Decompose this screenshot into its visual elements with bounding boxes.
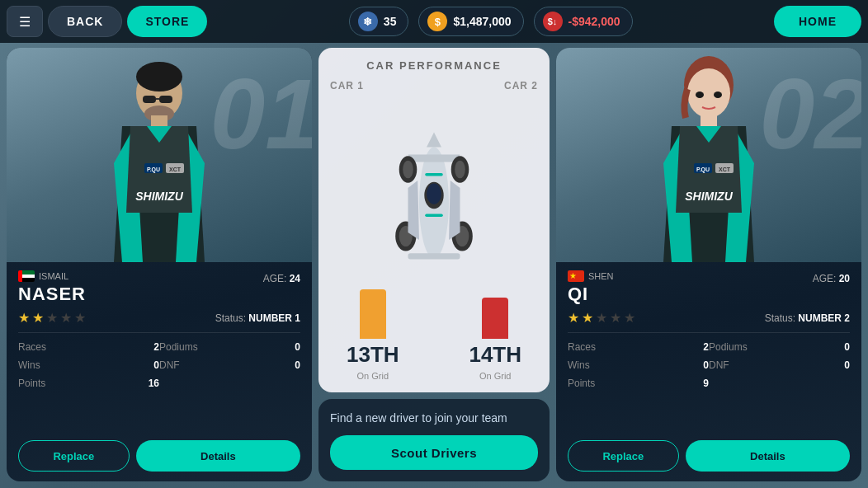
store-label: STORE — [145, 15, 189, 28]
svg-point-29 — [714, 92, 722, 98]
car1-sublabel: On Grid — [357, 371, 389, 381]
d2-star1: ★ — [568, 310, 579, 326]
snowflake-value: 35 — [384, 15, 397, 28]
d2-star5: ★ — [624, 310, 635, 326]
star5: ★ — [74, 310, 86, 326]
home-button[interactable]: HOME — [774, 6, 861, 37]
driver2-replace-button[interactable]: Replace — [568, 440, 679, 472]
svg-text:P.QU: P.QU — [147, 167, 160, 173]
svg-rect-15 — [408, 253, 460, 259]
star2: ★ — [32, 310, 44, 326]
center-panel: CAR PERFORMANCE CAR 1 CAR 2 — [318, 48, 550, 481]
currency-snowflake: ❄ 35 — [349, 7, 409, 36]
neg-icon: $↓ — [543, 12, 563, 31]
d2-stat-dnf: DNF 0 — [709, 358, 850, 373]
snowflake-icon: ❄ — [358, 12, 378, 31]
driver2-details-button[interactable]: Details — [686, 440, 850, 472]
driver1-buttons: Replace Details — [7, 440, 312, 481]
driver2-firstname: SHEN — [568, 270, 614, 282]
driver2-age: AGE: 20 — [813, 270, 850, 285]
driver1-lastname: NASER — [18, 284, 86, 305]
driver2-name-row: SHEN QI AGE: 20 — [568, 270, 850, 305]
svg-point-27 — [687, 68, 730, 118]
car1-label: CAR 1 — [330, 80, 364, 92]
driver1-replace-button[interactable]: Replace — [18, 440, 130, 472]
star4: ★ — [60, 310, 72, 326]
svg-point-17 — [403, 160, 413, 178]
store-button[interactable]: STORE — [127, 6, 207, 37]
scout-description: Find a new driver to join your team — [330, 411, 538, 427]
dollar-icon: $ — [427, 12, 447, 31]
svg-point-19 — [455, 160, 465, 178]
svg-text:SHIMIZU: SHIMIZU — [685, 190, 733, 203]
star3: ★ — [46, 310, 58, 326]
driver1-age: AGE: 24 — [263, 270, 300, 285]
driver1-info: ISMAIL NASER AGE: 24 ★ ★ ★ ★ ★ Status: N — [7, 262, 312, 440]
f1-car-svg — [384, 129, 484, 277]
car2-position: 14TH — [469, 342, 521, 368]
driver2-info: SHEN QI AGE: 20 ★ ★ ★ ★ ★ Status: NUMBER — [556, 262, 861, 440]
d2-stat-points: Points 9 — [568, 376, 709, 391]
driver1-stars: ★ ★ ★ ★ ★ — [18, 310, 86, 326]
car2-sublabel: On Grid — [479, 371, 512, 381]
back-button[interactable]: BACK — [48, 6, 122, 37]
stat-races: Races 2 — [18, 340, 159, 354]
currency-money: $ $1,487,000 — [418, 7, 523, 36]
top-bar-left: ☰ BACK STORE — [7, 6, 207, 37]
back-label: BACK — [67, 15, 103, 28]
svg-text:XCT: XCT — [719, 167, 731, 172]
scout-card: Find a new driver to join your team Scou… — [318, 399, 550, 481]
top-bar: ☰ BACK STORE ❄ 35 $ $1,487,000 $↓ -$942,… — [0, 0, 868, 43]
driver2-status: Status: NUMBER 2 — [765, 312, 850, 324]
scout-button[interactable]: Scout Drivers — [330, 435, 538, 470]
svg-rect-3 — [159, 96, 172, 103]
driver1-name-left: ISMAIL NASER — [18, 270, 86, 305]
driver1-stats: Races 2 Podiums 0 Wins 0 DNF 0 Points — [18, 340, 300, 391]
stat-podiums: Podiums 0 — [159, 340, 300, 354]
driver1-details-button[interactable]: Details — [136, 440, 300, 472]
driver1-photo-area: 01 — [7, 48, 312, 262]
svg-rect-2 — [143, 96, 156, 103]
top-bar-center: ❄ 35 $ $1,487,000 $↓ -$942,000 — [349, 7, 633, 36]
car-labels-row: CAR 1 CAR 2 — [330, 80, 538, 92]
stat-points: Points 16 — [18, 376, 159, 391]
perf-title: CAR PERFORMANCE — [366, 59, 502, 72]
driver2-name-left: SHEN QI — [568, 270, 614, 305]
svg-rect-25 — [425, 214, 443, 217]
driver1-stars-row: ★ ★ ★ ★ ★ Status: NUMBER 1 — [18, 310, 300, 326]
car2-label: CAR 2 — [504, 80, 538, 92]
driver2-divider — [568, 332, 850, 333]
currency-negative: $↓ -$942,000 — [534, 7, 633, 36]
driver2-buttons: Replace Details — [556, 440, 861, 481]
performance-bars: 13TH On Grid 14TH On Grid — [330, 315, 538, 381]
driver1-figure: P.QU XCT SHIMIZU — [77, 48, 242, 262]
menu-button[interactable]: ☰ — [7, 6, 43, 37]
stat-dnf: DNF 0 — [159, 358, 300, 373]
driver1-name-row: ISMAIL NASER AGE: 24 — [18, 270, 300, 305]
car2-perf-group: 14TH On Grid — [469, 298, 521, 381]
svg-text:P.QU: P.QU — [696, 167, 710, 173]
car1-position: 13TH — [347, 342, 399, 368]
driver2-lastname: QI — [568, 284, 614, 305]
driver2-flag — [568, 270, 584, 282]
car-performance-card: CAR PERFORMANCE CAR 1 CAR 2 — [318, 48, 550, 392]
driver1-divider — [18, 332, 300, 333]
main-content: 01 — [7, 48, 861, 481]
svg-point-14 — [427, 183, 441, 204]
svg-point-1 — [136, 62, 182, 92]
d2-stat-races: Races 2 — [568, 340, 709, 354]
driver1-card: 01 — [7, 48, 312, 481]
svg-text:XCT: XCT — [169, 167, 182, 172]
d2-stat-podiums: Podiums 0 — [709, 340, 850, 354]
d2-star2: ★ — [582, 310, 593, 326]
driver2-stars: ★ ★ ★ ★ ★ — [568, 310, 635, 326]
car-visual-area — [330, 98, 538, 307]
home-label: HOME — [799, 15, 837, 28]
driver2-card: 02 — [556, 48, 861, 481]
d2-stat-wins: Wins 0 — [568, 358, 709, 373]
svg-rect-24 — [425, 173, 443, 176]
money-value: $1,487,000 — [453, 15, 511, 28]
d2-star4: ★ — [610, 310, 621, 326]
svg-point-28 — [696, 92, 704, 98]
driver1-status: Status: NUMBER 1 — [215, 312, 300, 324]
